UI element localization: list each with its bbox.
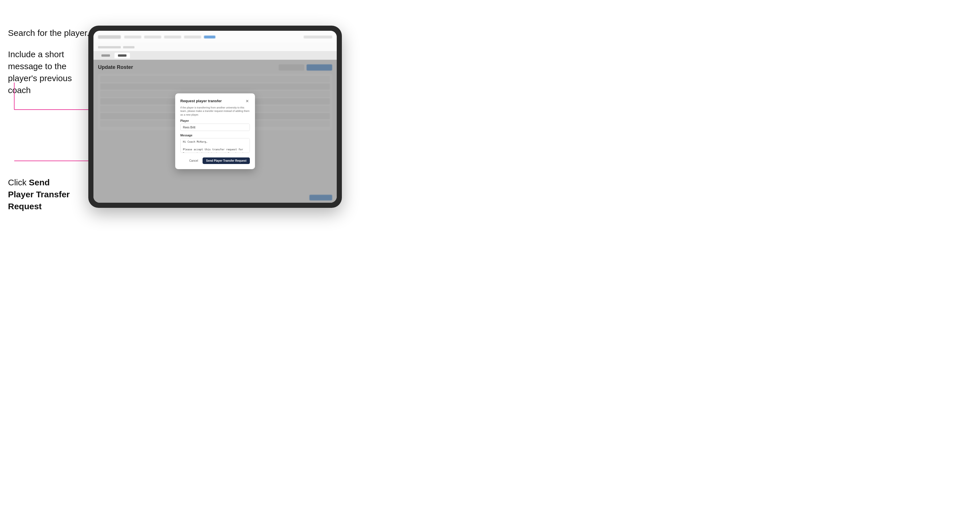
topbar-right [304,36,332,38]
player-input[interactable] [180,124,250,131]
app-tab [98,53,113,59]
modal-description: If the player is transferring from anoth… [180,106,250,117]
topbar-nav-item [164,36,181,38]
tab-label [102,54,110,57]
app-topbar [94,31,337,43]
modal-header: Request player transfer ✕ [180,98,250,104]
tab-label-active [118,54,126,57]
modal-footer: Cancel Send Player Transfer Request [180,157,250,164]
message-label: Message [180,134,250,137]
annotation-click: Click Send Player Transfer Request [8,176,71,213]
annotation-message-text: Include a short message to the player's … [8,49,72,95]
app-content: Update Roster [94,60,337,203]
topbar-nav-item [144,36,161,38]
topbar-nav-item [184,36,201,38]
app-tab-active [115,53,130,59]
breadcrumb-item [123,46,134,48]
app-tabs [94,51,337,60]
modal-dialog: Request player transfer ✕ If the player … [175,94,255,170]
modal-close-button[interactable]: ✕ [245,98,250,104]
app-breadcrumb [94,43,337,51]
annotation-search: Search for the player. [8,27,89,39]
tablet-device: Update Roster [88,25,342,208]
tablet-screen: Update Roster [94,31,337,203]
annotation-message: Include a short message to the player's … [8,48,85,96]
modal-title: Request player transfer [180,99,222,103]
topbar-nav-item-active [204,36,215,38]
topbar-nav-item [124,36,141,38]
modal-overlay: Request player transfer ✕ If the player … [94,60,337,203]
breadcrumb-item [98,46,121,48]
annotation-click-prefix: Click [8,178,29,187]
topbar-logo [98,35,121,39]
send-transfer-request-button[interactable]: Send Player Transfer Request [202,157,250,164]
message-textarea[interactable]: Hi Coach McHarg, Please accept this tran… [180,138,250,153]
player-label: Player [180,119,250,122]
cancel-button[interactable]: Cancel [187,158,200,163]
topbar-nav [124,36,300,38]
